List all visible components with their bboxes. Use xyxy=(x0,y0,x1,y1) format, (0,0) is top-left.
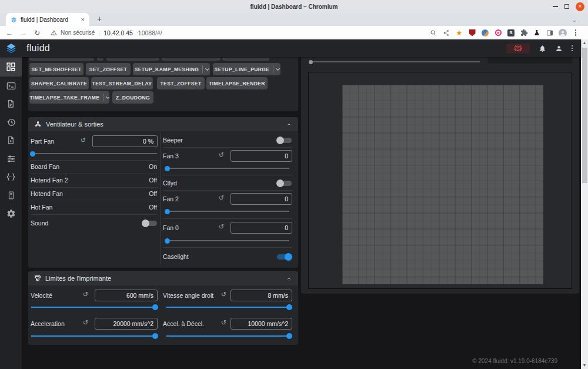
clipped-control[interactable] xyxy=(487,57,572,64)
tab-search-chevron-icon[interactable] xyxy=(572,16,577,26)
maximize-button[interactable] xyxy=(564,4,569,9)
video-extension-icon[interactable] xyxy=(494,29,502,37)
macro-button-timelapse-take-frame[interactable]: TIMELAPSE_TAKE_FRAME xyxy=(29,91,109,104)
velocity-input[interactable]: 600 mm/s xyxy=(95,290,158,301)
acceleration-slider[interactable] xyxy=(31,333,157,339)
macro-button-setup-kamp-meshing[interactable]: SETUP_KAMP_MESHING xyxy=(133,63,210,75)
scroll-down-icon[interactable]: ▼ xyxy=(581,362,588,369)
minimize-button[interactable] xyxy=(553,6,558,7)
emergency-stop-button[interactable] xyxy=(506,44,530,54)
extensions-puzzle-icon[interactable] xyxy=(520,29,528,37)
limits-card-header[interactable]: Limites de l'imprimante xyxy=(28,271,298,285)
square-corner-velocity-input[interactable]: 8 mm/s xyxy=(230,290,292,301)
clipped-macro-button[interactable] xyxy=(222,58,269,61)
browser-menu-icon[interactable] xyxy=(572,29,580,37)
reset-icon[interactable]: ↺ xyxy=(219,223,224,231)
sidebar-item-system[interactable] xyxy=(0,186,22,204)
preview-progress-slider[interactable] xyxy=(310,59,480,65)
notifications-bell-icon[interactable] xyxy=(539,45,546,52)
reset-icon[interactable]: ↺ xyxy=(221,291,226,298)
s-extension-icon[interactable]: S xyxy=(507,29,515,37)
sidebar-item-dashboard[interactable] xyxy=(0,57,22,77)
reload-button[interactable]: ↻ xyxy=(34,29,40,36)
caselight-toggle[interactable] xyxy=(277,254,292,260)
sidebar-item-tune[interactable] xyxy=(0,149,22,168)
address-bar[interactable]: Non sécurisé | 10.42.0.45 :10088/#/ xyxy=(51,29,422,36)
new-tab-button[interactable]: + xyxy=(94,14,105,25)
accel-to-decel-slider[interactable] xyxy=(166,333,291,339)
collapse-chevron-icon[interactable] xyxy=(286,121,292,128)
part-fan-slider[interactable] xyxy=(31,151,157,157)
clipped-macro-button[interactable] xyxy=(29,58,94,61)
page-scrollbar[interactable]: ▲ ▼ xyxy=(581,39,588,369)
part-fan-input[interactable]: 0 % xyxy=(92,135,158,147)
reset-icon[interactable]: ↺ xyxy=(219,194,224,202)
macro-button-shaper-calibrate[interactable]: SHAPER_CALIBRATE xyxy=(29,77,89,89)
fan3-slider[interactable] xyxy=(166,165,289,171)
fan0-slider[interactable] xyxy=(166,238,289,244)
macro-button-test-stream-delay[interactable]: TEST_STREAM_DELAY xyxy=(91,77,153,89)
macro-button-set-meshoffset[interactable]: SET_MESHOFFSET xyxy=(29,63,83,75)
macro-button-setup-line-purge[interactable]: SETUP_LINE_PURGE xyxy=(213,63,280,75)
macro-button-test-zoffset[interactable]: TEST_ZOFFSET xyxy=(157,77,205,89)
collapse-chevron-icon[interactable] xyxy=(286,275,292,282)
fan0-input[interactable]: 0 xyxy=(230,222,292,234)
browser-toolbar: ← → ↻ Non sécurisé | 10.42.0.45 :10088/#… xyxy=(0,26,588,39)
accel-to-decel-input[interactable]: 10000 mm/s^2 xyxy=(230,318,292,330)
fan2-slider[interactable] xyxy=(166,208,289,214)
tab-close-icon[interactable]: × xyxy=(81,16,85,22)
macro-button-z-doudong[interactable]: Z_DOUDONG xyxy=(112,91,153,104)
sidebar-item-configure[interactable] xyxy=(0,168,22,186)
beeper-toggle[interactable] xyxy=(277,138,292,143)
ublock-extension-icon[interactable] xyxy=(468,29,476,37)
reset-icon[interactable]: ↺ xyxy=(83,319,88,327)
fan2-input[interactable]: 0 xyxy=(230,193,292,205)
fan2-control: Fan 2 ↺ 0 xyxy=(163,193,292,205)
preview-viewport[interactable] xyxy=(308,72,572,289)
fans-card-header[interactable]: Ventilateur & sorties xyxy=(28,117,298,131)
square-corner-velocity-slider[interactable] xyxy=(166,304,291,310)
bed-grid xyxy=(342,85,543,284)
user-icon[interactable] xyxy=(555,45,563,52)
back-button[interactable]: ← xyxy=(6,29,13,36)
gcode-preview-card xyxy=(301,57,579,294)
row-divider xyxy=(163,247,292,248)
reset-icon[interactable]: ↺ xyxy=(219,151,224,159)
app-menu-icon[interactable] xyxy=(572,44,573,52)
clipped-macro-button[interactable] xyxy=(106,58,159,61)
clipped-macro-split[interactable] xyxy=(97,58,103,61)
reset-icon[interactable]: ↺ xyxy=(221,319,226,327)
velocity-slider[interactable] xyxy=(31,304,157,310)
sidebar-item-gcode-preview[interactable] xyxy=(0,131,22,149)
side-panel-icon[interactable] xyxy=(546,29,554,37)
sidebar-item-jobs[interactable] xyxy=(0,95,22,113)
macro-button-set-zoffset[interactable]: SET_ZOFFSET xyxy=(86,63,131,75)
bookmark-star-icon[interactable]: ★ xyxy=(455,29,463,37)
close-button[interactable]: × xyxy=(576,2,584,11)
macro-params-chevron-icon[interactable] xyxy=(202,65,210,73)
browser-tab[interactable]: fluidd | Dashboard × xyxy=(6,13,89,26)
zoom-icon[interactable] xyxy=(429,29,437,37)
scrollbar-thumb[interactable] xyxy=(582,48,587,183)
sound-toggle[interactable] xyxy=(142,221,157,226)
flask-extension-icon[interactable] xyxy=(533,29,541,37)
fluidd-logo-icon[interactable] xyxy=(0,42,22,54)
sidebar-item-history[interactable] xyxy=(0,113,22,131)
reset-icon[interactable]: ↺ xyxy=(83,291,88,298)
sidebar-item-settings[interactable] xyxy=(0,204,22,222)
macro-button-timelapse-render[interactable]: TIMELAPSE_RENDER xyxy=(206,77,268,89)
fan3-input[interactable]: 0 xyxy=(230,150,292,162)
macro-params-chevron-icon[interactable] xyxy=(273,65,280,73)
forward-button[interactable]: → xyxy=(20,29,27,36)
scroll-up-icon[interactable]: ▲ xyxy=(581,39,588,46)
url-path: :10088/#/ xyxy=(136,29,162,36)
sidebar-item-console[interactable] xyxy=(0,77,22,95)
share-icon[interactable] xyxy=(442,29,450,37)
acceleration-input[interactable]: 20000 mm/s^2 xyxy=(95,318,158,330)
profile-avatar[interactable] xyxy=(559,29,567,37)
ctlyd-toggle[interactable] xyxy=(277,181,292,186)
clipped-macro-button[interactable] xyxy=(162,58,220,61)
reset-icon[interactable]: ↺ xyxy=(81,137,86,144)
globe-extension-icon[interactable] xyxy=(481,29,489,37)
macro-params-chevron-icon[interactable] xyxy=(103,94,109,101)
